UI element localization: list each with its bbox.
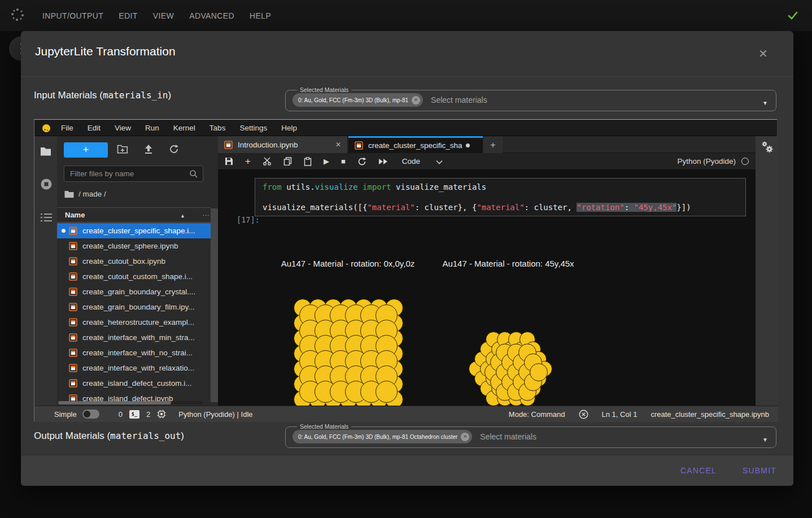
file-list-hscrollbar[interactable] [58, 401, 203, 404]
file-browser-icon[interactable] [40, 146, 51, 159]
cancel-button[interactable]: CANCEL [680, 466, 717, 475]
jupyterlite-embed: FileEditViewRunKernelTabsSettingsHelp [34, 119, 778, 421]
upload-icon[interactable] [143, 144, 154, 156]
tab-close-icon[interactable]: ✕ [335, 141, 341, 149]
notebook-file-icon [69, 318, 77, 327]
cut-cell-icon[interactable] [263, 157, 272, 166]
new-tab-button[interactable]: + [483, 137, 503, 153]
output-materials-label: Output Materials (materials_out) [34, 430, 184, 445]
tab-introduction[interactable]: Introduction.ipynb ✕ [218, 136, 348, 153]
file-name: create_interface_with_no_strai... [82, 349, 193, 357]
jupyter-menu-tabs[interactable]: Tabs [209, 124, 226, 132]
chevron-down-icon[interactable] [436, 156, 443, 167]
jupyter-menu-help[interactable]: Help [281, 124, 297, 132]
menubar-item-help[interactable]: HELP [250, 11, 271, 20]
cursor-position[interactable]: Ln 1, Col 1 [602, 410, 638, 419]
menubar-item-advanced[interactable]: ADVANCED [189, 11, 234, 20]
status-bar: Simple 0 $_ 2 Python (Pyodide) | Idle Mo… [34, 406, 778, 422]
atoms-canvas [255, 275, 593, 406]
file-item[interactable]: create_cluster_sphere.ipynb [57, 238, 211, 254]
notebook-file-icon [69, 227, 77, 235]
input-materials-select[interactable]: Selected Materials 0: Au, Gold, FCC (Fm-… [285, 86, 776, 111]
file-list-header[interactable]: Name ▲ … [57, 207, 211, 223]
close-icon[interactable]: ✕ [758, 47, 768, 60]
jupyter-menu-edit[interactable]: Edit [88, 124, 101, 132]
running-kernels-icon[interactable] [40, 178, 53, 193]
copy-cell-icon[interactable] [283, 157, 292, 166]
kernel-chip-icon[interactable] [157, 410, 166, 419]
terminals-count[interactable]: 0 [119, 410, 123, 419]
active-filename[interactable]: create_cluster_specific_shape.ipynb [651, 410, 769, 419]
tab-create-cluster-specific-shape[interactable]: create_cluster_specific_sha [348, 136, 483, 153]
table-of-contents-icon[interactable] [40, 212, 53, 225]
new-folder-icon[interactable] [117, 144, 128, 156]
file-item[interactable]: create_interface_with_relaxatio... [57, 360, 211, 376]
file-item[interactable]: create_heterostructure_exampl... [57, 315, 211, 330]
refresh-icon[interactable] [169, 144, 179, 156]
notebook-file-icon [69, 257, 77, 265]
cell-type-select[interactable]: Code [402, 157, 420, 166]
simple-mode-toggle[interactable] [82, 410, 99, 419]
breadcrumb[interactable]: / made / [64, 190, 106, 198]
file-item[interactable]: create_cluster_specific_shape.i... [57, 223, 211, 238]
file-item[interactable]: create_island_defect_custom.i... [57, 376, 211, 391]
file-item[interactable]: create_interface_with_min_stra... [57, 330, 211, 345]
run-all-icon[interactable] [378, 158, 388, 165]
file-item[interactable]: create_grain_boundary_film.ipy... [57, 299, 211, 315]
chevron-down-icon[interactable]: ▼ [762, 100, 768, 106]
add-cell-icon[interactable]: + [245, 156, 251, 167]
jupyter-menu-file[interactable]: File [61, 124, 73, 132]
kernel-status[interactable]: Python (Pyodide) | Idle [178, 410, 252, 419]
app-logo-icon[interactable] [9, 6, 26, 25]
new-launcher-button[interactable]: + [64, 142, 108, 158]
submit-button[interactable]: SUBMIT [743, 466, 776, 475]
file-item[interactable]: create_interface_with_no_strai... [57, 345, 211, 360]
terminal-icon[interactable]: $_ [129, 410, 139, 419]
jupyter-menu-view[interactable]: View [115, 124, 131, 132]
stop-kernel-icon[interactable]: ■ [341, 157, 346, 166]
tab-label: create_cluster_specific_sha [368, 141, 462, 150]
sort-ascending-icon[interactable]: ▲ [180, 213, 185, 219]
kernel-name[interactable]: Python (Pyodide) [677, 157, 736, 166]
settings-gears-icon[interactable] [761, 141, 774, 158]
menubar-item-view[interactable]: VIEW [153, 11, 174, 20]
file-item[interactable]: create_cutout_custom_shape.i... [57, 269, 211, 284]
menubar-item-edit[interactable]: EDIT [119, 11, 138, 20]
filter-placeholder: Filter files by name [70, 169, 134, 178]
menubar-item-input-output[interactable]: INPUT/OUTPUT [42, 11, 103, 20]
selected-materials-legend: Selected Materials [297, 86, 351, 93]
select-materials-placeholder[interactable]: Select materials [431, 95, 487, 105]
atom [376, 381, 398, 403]
chevron-down-icon[interactable]: ▼ [762, 437, 768, 443]
jupyter-menu-kernel[interactable]: Kernel [173, 124, 195, 132]
chip-remove-icon[interactable]: ✕ [461, 433, 469, 441]
chip-remove-icon[interactable]: ✕ [412, 96, 420, 105]
notebook-file-icon [355, 141, 363, 150]
restart-kernel-icon[interactable] [357, 157, 366, 166]
paste-cell-icon[interactable] [304, 157, 312, 166]
mode-indicator[interactable]: Mode: Command [509, 410, 565, 419]
select-materials-placeholder[interactable]: Select materials [480, 432, 536, 441]
file-name: create_heterostructure_exampl... [82, 318, 194, 327]
success-check-icon[interactable] [786, 8, 800, 24]
file-item[interactable]: create_grain_boundary_crystal.... [57, 284, 211, 299]
material-chip[interactable]: 0: Au, Gold, FCC (Fm-3m) 3D (Bulk), mp-8… [293, 430, 472, 443]
jupyter-menu-run[interactable]: Run [145, 124, 159, 132]
file-list-scrollbar[interactable] [211, 208, 218, 402]
code-cell[interactable]: from utils.visualize import visualize_ma… [255, 178, 746, 216]
kernels-count[interactable]: 2 [146, 410, 150, 419]
file-item[interactable]: create_cutout_box.ipynb [57, 254, 211, 269]
code-line: visualize_materials([{"material": cluste… [263, 203, 691, 212]
jupyterlite-transformation-dialog: JupyterLite Transformation ✕ Input Mater… [21, 31, 793, 486]
filter-files-input[interactable]: Filter files by name [64, 166, 203, 182]
material-chip[interactable]: 0: Au, Gold, FCC (Fm-3m) 3D (Bulk), mp-8… [293, 93, 423, 107]
file-name: create_cluster_specific_shape.i... [82, 227, 195, 235]
output-materials-select[interactable]: Selected Materials 0: Au, Gold, FCC (Fm-… [285, 423, 776, 448]
run-cell-icon[interactable]: ▶ [324, 157, 329, 166]
notebook-content: [17]: from utils.visualize import visual… [218, 170, 756, 406]
jupyter-menu-settings[interactable]: Settings [239, 124, 267, 132]
not-trusted-icon[interactable] [579, 410, 588, 419]
save-icon[interactable] [225, 157, 233, 166]
name-column-header[interactable]: Name [65, 211, 85, 219]
notebook-file-icon [69, 288, 77, 296]
